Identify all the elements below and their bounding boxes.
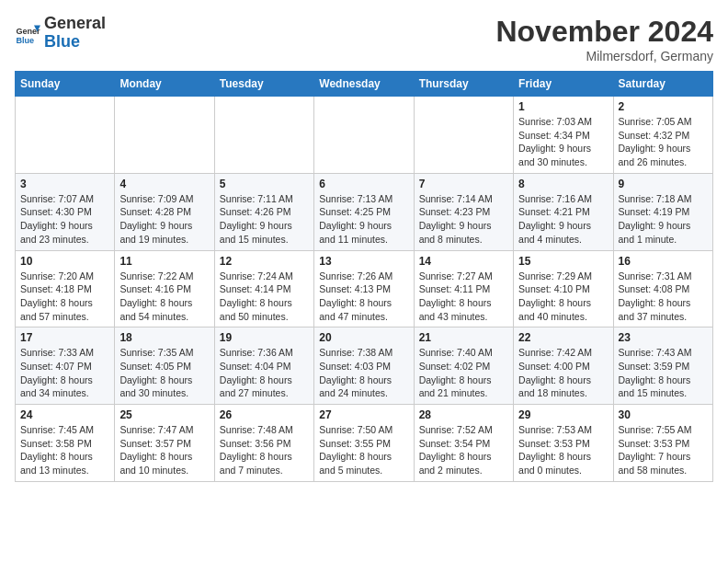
day-info: Sunrise: 7:45 AM Sunset: 3:58 PM Dayligh…: [20, 423, 109, 477]
title-block: November 2024 Milmersdorf, Germany: [495, 15, 713, 63]
calendar-cell: 3Sunrise: 7:07 AM Sunset: 4:30 PM Daylig…: [16, 173, 115, 250]
calendar-cell: 13Sunrise: 7:26 AM Sunset: 4:13 PM Dayli…: [314, 250, 414, 327]
calendar-cell: 20Sunrise: 7:38 AM Sunset: 4:03 PM Dayli…: [314, 327, 414, 405]
day-number: 3: [20, 178, 109, 190]
day-number: 17: [20, 331, 109, 344]
day-info: Sunrise: 7:48 AM Sunset: 3:56 PM Dayligh…: [220, 423, 309, 477]
weekday-header-tuesday: Tuesday: [214, 72, 313, 97]
week-row-5: 24Sunrise: 7:45 AM Sunset: 3:58 PM Dayli…: [16, 405, 713, 482]
day-number: 25: [119, 408, 209, 421]
day-info: Sunrise: 7:47 AM Sunset: 3:57 PM Dayligh…: [119, 423, 209, 477]
day-number: 19: [220, 331, 309, 344]
day-number: 7: [419, 178, 508, 190]
calendar-cell: [115, 97, 214, 174]
logo-general-label: General: [44, 14, 106, 32]
calendar-table: SundayMondayTuesdayWednesdayThursdayFrid…: [15, 71, 713, 482]
day-info: Sunrise: 7:07 AM Sunset: 4:30 PM Dayligh…: [20, 192, 109, 247]
day-number: 2: [619, 100, 708, 113]
day-info: Sunrise: 7:22 AM Sunset: 4:16 PM Dayligh…: [119, 270, 209, 324]
day-number: 16: [619, 255, 708, 268]
day-info: Sunrise: 7:31 AM Sunset: 4:08 PM Dayligh…: [619, 270, 708, 324]
day-info: Sunrise: 7:53 AM Sunset: 3:53 PM Dayligh…: [518, 423, 608, 477]
day-info: Sunrise: 7:33 AM Sunset: 4:07 PM Dayligh…: [20, 346, 109, 400]
calendar-cell: 24Sunrise: 7:45 AM Sunset: 3:58 PM Dayli…: [16, 405, 115, 482]
weekday-header-friday: Friday: [514, 72, 613, 97]
calendar-cell: 5Sunrise: 7:11 AM Sunset: 4:26 PM Daylig…: [214, 173, 313, 250]
calendar-cell: 16Sunrise: 7:31 AM Sunset: 4:08 PM Dayli…: [613, 250, 712, 327]
calendar-cell: 25Sunrise: 7:47 AM Sunset: 3:57 PM Dayli…: [115, 405, 214, 482]
week-row-2: 3Sunrise: 7:07 AM Sunset: 4:30 PM Daylig…: [16, 173, 713, 250]
calendar-cell: [16, 97, 115, 174]
day-info: Sunrise: 7:55 AM Sunset: 3:53 PM Dayligh…: [619, 423, 708, 477]
calendar-cell: 12Sunrise: 7:24 AM Sunset: 4:14 PM Dayli…: [214, 250, 313, 327]
day-number: 9: [619, 178, 708, 190]
day-info: Sunrise: 7:35 AM Sunset: 4:05 PM Dayligh…: [119, 346, 209, 400]
svg-text:Blue: Blue: [16, 35, 34, 44]
day-number: 15: [518, 255, 608, 268]
day-info: Sunrise: 7:16 AM Sunset: 4:21 PM Dayligh…: [518, 192, 608, 247]
calendar-cell: 18Sunrise: 7:35 AM Sunset: 4:05 PM Dayli…: [115, 327, 214, 405]
calendar-cell: 2Sunrise: 7:05 AM Sunset: 4:32 PM Daylig…: [613, 97, 712, 174]
calendar-cell: [414, 97, 513, 174]
day-number: 20: [319, 331, 408, 344]
calendar-cell: 6Sunrise: 7:13 AM Sunset: 4:25 PM Daylig…: [314, 173, 414, 250]
day-info: Sunrise: 7:38 AM Sunset: 4:03 PM Dayligh…: [319, 346, 408, 400]
day-info: Sunrise: 7:42 AM Sunset: 4:00 PM Dayligh…: [518, 346, 608, 400]
logo: General Blue General Blue: [15, 15, 106, 52]
calendar-cell: [314, 97, 414, 174]
weekday-header-wednesday: Wednesday: [314, 72, 414, 97]
day-info: Sunrise: 7:11 AM Sunset: 4:26 PM Dayligh…: [220, 192, 309, 247]
calendar-cell: 17Sunrise: 7:33 AM Sunset: 4:07 PM Dayli…: [16, 327, 115, 405]
day-number: 4: [119, 178, 209, 190]
day-number: 27: [319, 408, 408, 421]
weekday-header-row: SundayMondayTuesdayWednesdayThursdayFrid…: [16, 72, 713, 97]
calendar-cell: 30Sunrise: 7:55 AM Sunset: 3:53 PM Dayli…: [613, 405, 712, 482]
calendar-cell: 22Sunrise: 7:42 AM Sunset: 4:00 PM Dayli…: [514, 327, 613, 405]
logo-blue-label: Blue: [44, 32, 80, 51]
calendar-cell: 29Sunrise: 7:53 AM Sunset: 3:53 PM Dayli…: [514, 405, 613, 482]
day-info: Sunrise: 7:36 AM Sunset: 4:04 PM Dayligh…: [220, 346, 309, 400]
day-number: 5: [220, 178, 309, 190]
day-number: 18: [119, 331, 209, 344]
day-info: Sunrise: 7:14 AM Sunset: 4:23 PM Dayligh…: [419, 192, 508, 247]
calendar-cell: 21Sunrise: 7:40 AM Sunset: 4:02 PM Dayli…: [414, 327, 513, 405]
day-info: Sunrise: 7:09 AM Sunset: 4:28 PM Dayligh…: [119, 192, 209, 247]
day-number: 26: [220, 408, 309, 421]
week-row-1: 1Sunrise: 7:03 AM Sunset: 4:34 PM Daylig…: [16, 97, 713, 174]
calendar-cell: 14Sunrise: 7:27 AM Sunset: 4:11 PM Dayli…: [414, 250, 513, 327]
calendar-cell: 26Sunrise: 7:48 AM Sunset: 3:56 PM Dayli…: [214, 405, 313, 482]
location-label: Milmersdorf, Germany: [495, 49, 713, 63]
day-number: 14: [419, 255, 508, 268]
day-info: Sunrise: 7:18 AM Sunset: 4:19 PM Dayligh…: [619, 192, 708, 247]
calendar-cell: 8Sunrise: 7:16 AM Sunset: 4:21 PM Daylig…: [514, 173, 613, 250]
calendar-cell: 23Sunrise: 7:43 AM Sunset: 3:59 PM Dayli…: [613, 327, 712, 405]
month-title: November 2024: [495, 15, 713, 49]
calendar-cell: 7Sunrise: 7:14 AM Sunset: 4:23 PM Daylig…: [414, 173, 513, 250]
day-info: Sunrise: 7:24 AM Sunset: 4:14 PM Dayligh…: [220, 270, 309, 324]
day-info: Sunrise: 7:26 AM Sunset: 4:13 PM Dayligh…: [319, 270, 408, 324]
calendar-cell: 10Sunrise: 7:20 AM Sunset: 4:18 PM Dayli…: [16, 250, 115, 327]
page-header: General Blue General Blue November 2024 …: [15, 15, 713, 63]
weekday-header-saturday: Saturday: [613, 72, 712, 97]
day-number: 8: [518, 178, 608, 190]
calendar-cell: 19Sunrise: 7:36 AM Sunset: 4:04 PM Dayli…: [214, 327, 313, 405]
calendar-cell: 4Sunrise: 7:09 AM Sunset: 4:28 PM Daylig…: [115, 173, 214, 250]
weekday-header-monday: Monday: [115, 72, 214, 97]
day-info: Sunrise: 7:27 AM Sunset: 4:11 PM Dayligh…: [419, 270, 508, 324]
day-number: 10: [20, 255, 109, 268]
calendar-cell: [214, 97, 313, 174]
day-info: Sunrise: 7:40 AM Sunset: 4:02 PM Dayligh…: [419, 346, 508, 400]
day-number: 28: [419, 408, 508, 421]
day-number: 29: [518, 408, 608, 421]
calendar-cell: 27Sunrise: 7:50 AM Sunset: 3:55 PM Dayli…: [314, 405, 414, 482]
day-info: Sunrise: 7:52 AM Sunset: 3:54 PM Dayligh…: [419, 423, 508, 477]
calendar-cell: 28Sunrise: 7:52 AM Sunset: 3:54 PM Dayli…: [414, 405, 513, 482]
logo-icon: General Blue: [15, 20, 40, 46]
day-info: Sunrise: 7:20 AM Sunset: 4:18 PM Dayligh…: [20, 270, 109, 324]
day-number: 12: [220, 255, 309, 268]
week-row-4: 17Sunrise: 7:33 AM Sunset: 4:07 PM Dayli…: [16, 327, 713, 405]
day-number: 22: [518, 331, 608, 344]
day-number: 21: [419, 331, 508, 344]
day-info: Sunrise: 7:13 AM Sunset: 4:25 PM Dayligh…: [319, 192, 408, 247]
calendar-cell: 9Sunrise: 7:18 AM Sunset: 4:19 PM Daylig…: [613, 173, 712, 250]
